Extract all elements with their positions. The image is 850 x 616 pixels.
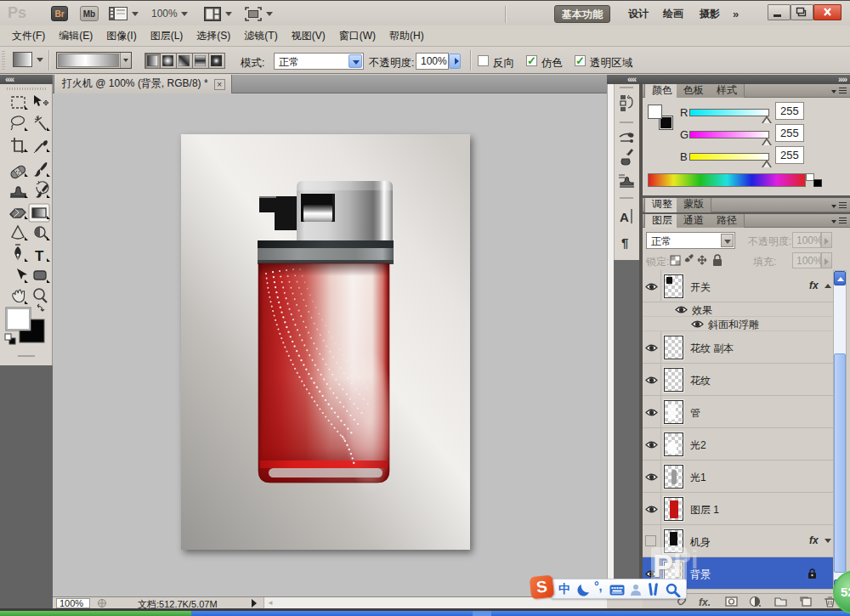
brush-panel-icon[interactable] (621, 149, 633, 165)
layer-thumbnail[interactable] (664, 368, 683, 392)
layer-row-4[interactable]: 花纹 (643, 364, 833, 396)
layer-opacity-slider-btn[interactable] (821, 232, 832, 248)
toolbar-collapse-icon[interactable]: «« (5, 74, 14, 84)
menu-filter[interactable]: 滤镜(T) (244, 29, 277, 43)
layer-row-5[interactable]: 管 (643, 396, 833, 428)
layer-visibility-toggle[interactable] (643, 364, 661, 396)
tool-eraser[interactable] (10, 209, 28, 219)
layer-fill-slider-btn[interactable] (821, 252, 832, 268)
taskbar-start-area[interactable] (0, 611, 191, 616)
lock-position-icon[interactable] (698, 256, 706, 264)
ime-punctuation-icon[interactable]: °, (594, 579, 603, 593)
new-group-icon[interactable] (775, 598, 786, 606)
lock-all-icon[interactable] (713, 255, 722, 266)
layer-name[interactable]: 花纹 副本 (690, 342, 734, 356)
layer-visibility-toggle[interactable] (643, 493, 661, 525)
gradient-picker-arrow[interactable] (120, 53, 131, 68)
layer-fx-badge[interactable]: fx (809, 280, 819, 291)
zoom-dropdown-arrow[interactable] (181, 12, 188, 16)
default-colors-icon[interactable] (5, 334, 15, 344)
new-adjustment-icon[interactable] (751, 597, 762, 608)
radial-gradient-button[interactable] (161, 53, 177, 69)
layer-name[interactable]: 光2 (690, 438, 706, 453)
tab-channels[interactable]: 通道 (677, 214, 711, 228)
tool-lasso[interactable] (11, 116, 28, 131)
ime-skin-icon[interactable] (647, 582, 659, 597)
layer-style-icon[interactable]: fx. (699, 596, 711, 608)
tool-rectangular-marquee[interactable] (12, 97, 28, 110)
tool-magic-wand[interactable] (35, 116, 50, 131)
tool-type[interactable]: T (35, 248, 50, 264)
swap-colors-icon[interactable] (37, 304, 44, 311)
paragraph-panel-icon[interactable]: ¶ (621, 235, 628, 250)
tab-layers[interactable]: 图层 (644, 214, 680, 228)
lock-image-icon[interactable] (685, 254, 694, 262)
red-slider-track[interactable] (689, 109, 769, 116)
layer-name[interactable]: 开关 (690, 280, 711, 295)
document-close-icon[interactable]: × (214, 79, 225, 90)
layer-row-3[interactable]: 花纹 副本 (643, 331, 833, 364)
adjustments-panel-menu-icon[interactable] (831, 202, 847, 210)
toolbar-grip[interactable] (7, 88, 46, 90)
launch-bridge-button[interactable]: Br (51, 6, 68, 21)
layer-row-8[interactable]: 图层 1 (643, 493, 833, 525)
clone-source-panel-icon[interactable] (619, 175, 634, 187)
sogou-ime-logo[interactable]: S (530, 575, 555, 600)
layer-blend-mode-select[interactable]: 正常 (646, 232, 735, 249)
layer-thumbnail[interactable] (664, 497, 683, 521)
workspace-tab-essentials[interactable]: 基本功能 (554, 5, 610, 23)
layer-thumbnail[interactable] (664, 400, 683, 424)
ime-tools-icon[interactable] (666, 583, 681, 597)
tab-masks[interactable]: 蒙版 (677, 198, 711, 212)
workspace-overflow-chevron[interactable]: » (733, 8, 737, 20)
layer-effects-row[interactable]: 效果 (643, 302, 833, 317)
blue-slider-thumb[interactable] (762, 160, 772, 167)
layers-panel-menu-icon[interactable] (831, 218, 847, 225)
tab-styles[interactable]: 样式 (710, 84, 745, 98)
history-panel-icon[interactable] (620, 95, 632, 111)
arrange-documents-icon[interactable] (204, 7, 221, 21)
gradient-preview-swatch[interactable] (58, 54, 119, 67)
layer-effect-item-row[interactable]: 斜面和浮雕 (643, 317, 833, 331)
workspace-tab-photography[interactable]: 摄影 (693, 5, 727, 23)
diamond-gradient-button[interactable] (209, 53, 225, 69)
menu-layer[interactable]: 图层(L) (150, 29, 184, 43)
options-bar-grip[interactable] (2, 51, 5, 70)
layer-name[interactable]: 光1 (690, 471, 706, 485)
menu-window[interactable]: 窗口(W) (339, 29, 376, 43)
tool-blur[interactable] (12, 226, 28, 240)
window-minimize-button[interactable] (768, 4, 790, 20)
tool-dodge[interactable] (35, 227, 50, 240)
dither-checkbox[interactable] (526, 55, 537, 66)
layer-thumbnail[interactable] (664, 274, 683, 298)
ime-fullhalf-moon-icon[interactable] (577, 584, 591, 596)
arrange-dropdown-arrow[interactable] (225, 12, 232, 16)
angle-gradient-button[interactable] (177, 53, 193, 69)
canvas-horizontal-scrollbar[interactable] (264, 597, 607, 609)
green-slider-thumb[interactable] (762, 138, 772, 145)
layer-name[interactable]: 花纹 (690, 374, 711, 388)
tab-swatches[interactable]: 色板 (677, 84, 711, 98)
green-slider-track[interactable] (689, 131, 769, 138)
tool-history-brush[interactable] (36, 181, 50, 198)
tab-paths[interactable]: 路径 (710, 214, 745, 228)
layer-visibility-toggle[interactable] (643, 461, 661, 493)
tool-clone-stamp[interactable] (10, 187, 28, 198)
layer-fx-badge[interactable]: fx (809, 534, 819, 546)
blue-value-input[interactable]: 255 (775, 146, 804, 164)
character-panel-icon[interactable]: A (620, 209, 632, 224)
green-value-input[interactable]: 255 (775, 124, 804, 142)
toolbar-collapse-header[interactable]: «« (0, 75, 53, 84)
panel-dock-header[interactable]: «« »» (607, 75, 850, 84)
toolbar-bottom-grip[interactable] (18, 355, 35, 357)
layer-visibility-toggle[interactable] (643, 396, 661, 428)
brush-presets-panel-icon[interactable] (620, 133, 634, 143)
layer-row-7[interactable]: 光1 (643, 461, 833, 493)
workspace-tab-design[interactable]: 设计 (621, 5, 655, 23)
document-canvas[interactable] (181, 134, 470, 550)
menu-image[interactable]: 图像(I) (106, 29, 136, 43)
workspace-tab-painting[interactable]: 绘画 (656, 5, 690, 23)
layer-thumbnail[interactable] (664, 432, 683, 456)
tab-adjustments[interactable]: 调整 (644, 198, 680, 212)
tool-move[interactable] (34, 95, 48, 106)
